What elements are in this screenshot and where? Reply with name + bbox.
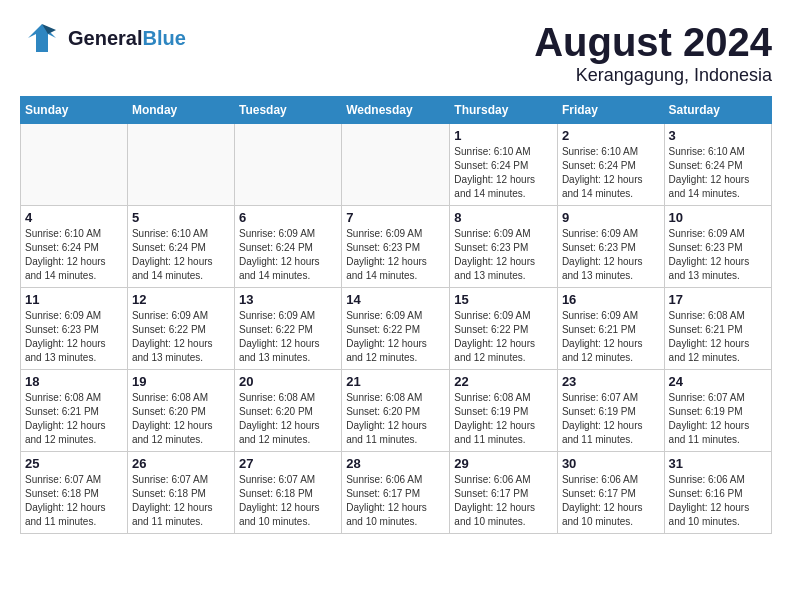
day-number: 24: [669, 374, 767, 389]
weekday-header-wednesday: Wednesday: [342, 97, 450, 124]
calendar-cell: [235, 124, 342, 206]
day-number: 18: [25, 374, 123, 389]
calendar-cell: 19Sunrise: 6:08 AM Sunset: 6:20 PM Dayli…: [127, 370, 234, 452]
day-info: Sunrise: 6:09 AM Sunset: 6:22 PM Dayligh…: [132, 309, 230, 365]
day-number: 7: [346, 210, 445, 225]
day-info: Sunrise: 6:10 AM Sunset: 6:24 PM Dayligh…: [132, 227, 230, 283]
calendar-cell: 30Sunrise: 6:06 AM Sunset: 6:17 PM Dayli…: [557, 452, 664, 534]
calendar-cell: 31Sunrise: 6:06 AM Sunset: 6:16 PM Dayli…: [664, 452, 771, 534]
day-number: 1: [454, 128, 553, 143]
day-info: Sunrise: 6:09 AM Sunset: 6:22 PM Dayligh…: [346, 309, 445, 365]
calendar-cell: 17Sunrise: 6:08 AM Sunset: 6:21 PM Dayli…: [664, 288, 771, 370]
day-number: 15: [454, 292, 553, 307]
day-info: Sunrise: 6:07 AM Sunset: 6:18 PM Dayligh…: [25, 473, 123, 529]
page-header: GeneralBlue August 2024 Kerangagung, Ind…: [20, 20, 772, 86]
location-subtitle: Kerangagung, Indonesia: [534, 65, 772, 86]
calendar-cell: 3Sunrise: 6:10 AM Sunset: 6:24 PM Daylig…: [664, 124, 771, 206]
day-number: 12: [132, 292, 230, 307]
day-number: 23: [562, 374, 660, 389]
weekday-header-friday: Friday: [557, 97, 664, 124]
calendar-cell: 25Sunrise: 6:07 AM Sunset: 6:18 PM Dayli…: [21, 452, 128, 534]
day-number: 26: [132, 456, 230, 471]
calendar-cell: 28Sunrise: 6:06 AM Sunset: 6:17 PM Dayli…: [342, 452, 450, 534]
calendar-cell: 9Sunrise: 6:09 AM Sunset: 6:23 PM Daylig…: [557, 206, 664, 288]
day-number: 27: [239, 456, 337, 471]
day-number: 10: [669, 210, 767, 225]
day-info: Sunrise: 6:10 AM Sunset: 6:24 PM Dayligh…: [454, 145, 553, 201]
calendar-cell: [342, 124, 450, 206]
calendar-cell: 29Sunrise: 6:06 AM Sunset: 6:17 PM Dayli…: [450, 452, 558, 534]
day-number: 11: [25, 292, 123, 307]
calendar-week-row: 4Sunrise: 6:10 AM Sunset: 6:24 PM Daylig…: [21, 206, 772, 288]
day-number: 4: [25, 210, 123, 225]
day-info: Sunrise: 6:09 AM Sunset: 6:23 PM Dayligh…: [25, 309, 123, 365]
day-info: Sunrise: 6:08 AM Sunset: 6:20 PM Dayligh…: [346, 391, 445, 447]
calendar-cell: 15Sunrise: 6:09 AM Sunset: 6:22 PM Dayli…: [450, 288, 558, 370]
day-number: 19: [132, 374, 230, 389]
day-info: Sunrise: 6:08 AM Sunset: 6:21 PM Dayligh…: [669, 309, 767, 365]
day-info: Sunrise: 6:09 AM Sunset: 6:23 PM Dayligh…: [562, 227, 660, 283]
calendar-cell: 21Sunrise: 6:08 AM Sunset: 6:20 PM Dayli…: [342, 370, 450, 452]
calendar-cell: 23Sunrise: 6:07 AM Sunset: 6:19 PM Dayli…: [557, 370, 664, 452]
calendar-table: SundayMondayTuesdayWednesdayThursdayFrid…: [20, 96, 772, 534]
day-number: 9: [562, 210, 660, 225]
day-number: 13: [239, 292, 337, 307]
calendar-week-row: 11Sunrise: 6:09 AM Sunset: 6:23 PM Dayli…: [21, 288, 772, 370]
day-info: Sunrise: 6:10 AM Sunset: 6:24 PM Dayligh…: [25, 227, 123, 283]
calendar-week-row: 1Sunrise: 6:10 AM Sunset: 6:24 PM Daylig…: [21, 124, 772, 206]
calendar-cell: [127, 124, 234, 206]
logo: GeneralBlue: [20, 20, 186, 56]
day-number: 8: [454, 210, 553, 225]
calendar-cell: 6Sunrise: 6:09 AM Sunset: 6:24 PM Daylig…: [235, 206, 342, 288]
calendar-cell: 14Sunrise: 6:09 AM Sunset: 6:22 PM Dayli…: [342, 288, 450, 370]
month-year-title: August 2024: [534, 20, 772, 65]
day-info: Sunrise: 6:07 AM Sunset: 6:19 PM Dayligh…: [669, 391, 767, 447]
calendar-cell: [21, 124, 128, 206]
logo-blue: Blue: [142, 27, 185, 49]
title-block: August 2024 Kerangagung, Indonesia: [534, 20, 772, 86]
day-info: Sunrise: 6:09 AM Sunset: 6:22 PM Dayligh…: [239, 309, 337, 365]
day-number: 16: [562, 292, 660, 307]
day-number: 25: [25, 456, 123, 471]
day-number: 17: [669, 292, 767, 307]
day-number: 31: [669, 456, 767, 471]
calendar-cell: 22Sunrise: 6:08 AM Sunset: 6:19 PM Dayli…: [450, 370, 558, 452]
calendar-cell: 4Sunrise: 6:10 AM Sunset: 6:24 PM Daylig…: [21, 206, 128, 288]
day-info: Sunrise: 6:09 AM Sunset: 6:23 PM Dayligh…: [346, 227, 445, 283]
day-number: 5: [132, 210, 230, 225]
day-info: Sunrise: 6:09 AM Sunset: 6:23 PM Dayligh…: [669, 227, 767, 283]
calendar-cell: 10Sunrise: 6:09 AM Sunset: 6:23 PM Dayli…: [664, 206, 771, 288]
day-info: Sunrise: 6:09 AM Sunset: 6:21 PM Dayligh…: [562, 309, 660, 365]
calendar-cell: 27Sunrise: 6:07 AM Sunset: 6:18 PM Dayli…: [235, 452, 342, 534]
calendar-cell: 16Sunrise: 6:09 AM Sunset: 6:21 PM Dayli…: [557, 288, 664, 370]
weekday-header-monday: Monday: [127, 97, 234, 124]
day-info: Sunrise: 6:10 AM Sunset: 6:24 PM Dayligh…: [562, 145, 660, 201]
calendar-cell: 11Sunrise: 6:09 AM Sunset: 6:23 PM Dayli…: [21, 288, 128, 370]
calendar-cell: 12Sunrise: 6:09 AM Sunset: 6:22 PM Dayli…: [127, 288, 234, 370]
day-number: 28: [346, 456, 445, 471]
weekday-header-sunday: Sunday: [21, 97, 128, 124]
calendar-cell: 18Sunrise: 6:08 AM Sunset: 6:21 PM Dayli…: [21, 370, 128, 452]
day-info: Sunrise: 6:09 AM Sunset: 6:23 PM Dayligh…: [454, 227, 553, 283]
day-info: Sunrise: 6:07 AM Sunset: 6:18 PM Dayligh…: [239, 473, 337, 529]
weekday-header-tuesday: Tuesday: [235, 97, 342, 124]
day-number: 2: [562, 128, 660, 143]
calendar-cell: 26Sunrise: 6:07 AM Sunset: 6:18 PM Dayli…: [127, 452, 234, 534]
day-info: Sunrise: 6:06 AM Sunset: 6:17 PM Dayligh…: [562, 473, 660, 529]
logo-general: General: [68, 27, 142, 49]
day-info: Sunrise: 6:06 AM Sunset: 6:16 PM Dayligh…: [669, 473, 767, 529]
calendar-cell: 20Sunrise: 6:08 AM Sunset: 6:20 PM Dayli…: [235, 370, 342, 452]
calendar-week-row: 18Sunrise: 6:08 AM Sunset: 6:21 PM Dayli…: [21, 370, 772, 452]
calendar-cell: 2Sunrise: 6:10 AM Sunset: 6:24 PM Daylig…: [557, 124, 664, 206]
day-number: 20: [239, 374, 337, 389]
day-info: Sunrise: 6:09 AM Sunset: 6:24 PM Dayligh…: [239, 227, 337, 283]
day-number: 3: [669, 128, 767, 143]
day-info: Sunrise: 6:08 AM Sunset: 6:19 PM Dayligh…: [454, 391, 553, 447]
calendar-cell: 7Sunrise: 6:09 AM Sunset: 6:23 PM Daylig…: [342, 206, 450, 288]
day-number: 29: [454, 456, 553, 471]
day-number: 22: [454, 374, 553, 389]
day-info: Sunrise: 6:09 AM Sunset: 6:22 PM Dayligh…: [454, 309, 553, 365]
logo-bird-icon: [20, 20, 64, 56]
day-number: 30: [562, 456, 660, 471]
day-info: Sunrise: 6:10 AM Sunset: 6:24 PM Dayligh…: [669, 145, 767, 201]
